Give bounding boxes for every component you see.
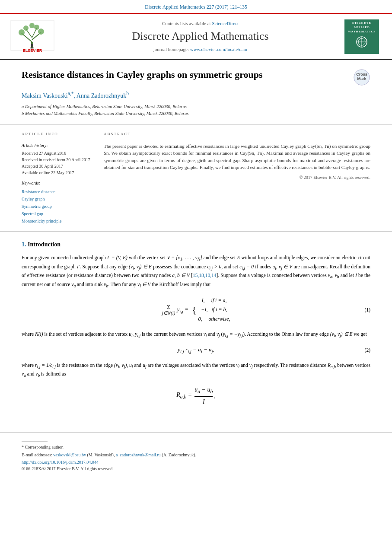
history-label: Article history:	[22, 143, 95, 149]
homepage-line: journal homepage: www.elsevier.com/locat…	[65, 46, 336, 53]
intro-paragraph-1: For any given connected undirected graph…	[22, 254, 370, 289]
contents-line: Contents lists available at ScienceDirec…	[65, 20, 336, 27]
paper-section: Resistance distances in Cayley graphs on…	[0, 60, 392, 125]
crossmark-logo: Cross Mark	[353, 69, 370, 86]
eq1-number: (1)	[365, 306, 370, 313]
copyright-line: © 2017 Elsevier B.V. All rights reserved…	[104, 175, 370, 181]
article-info-title: ARTICLE INFO	[22, 131, 95, 139]
star-note: * Corresponding author.	[22, 444, 370, 450]
svg-point-6	[19, 29, 25, 35]
footer-section: * Corresponding author. E-mail addresses…	[0, 432, 392, 478]
affiliation-b: b Mechanics and Mathematics Faculty, Bel…	[22, 111, 370, 117]
accepted: Accepted 30 April 2017	[22, 163, 95, 169]
received2: Received in revised form 20 April 2017	[22, 156, 95, 163]
intro-paragraph-3: where ri,j = 1/ci,j is the resistance on…	[22, 361, 370, 379]
author-b-name: Anna Zadorozhnyuk	[76, 92, 126, 99]
email1-link[interactable]: vaskovski@bsu.by	[53, 452, 86, 457]
article-history: Article history: Received 27 August 2016…	[22, 143, 95, 176]
authors-line: Maksim Vaskouskia,*, Anna Zadorozhnyukb	[22, 90, 370, 100]
equation-3: Ra,b = ua − ub I ,	[22, 385, 370, 408]
eq3-content: Ra,b = ua − ub I ,	[176, 385, 216, 408]
intro-paragraph-2: where N(i) is the set of vertices adjace…	[22, 330, 370, 339]
paper-title-container: Resistance distances in Cayley graphs on…	[22, 69, 370, 86]
svg-point-9	[34, 25, 39, 30]
equation-1: ∑ j∈N(i) yi,j = { I, if i = a, −I, if i …	[22, 296, 370, 324]
svg-point-11	[31, 44, 33, 47]
article-info-panel: ARTICLE INFO Article history: Received 2…	[22, 131, 95, 225]
author-a-sup: a,*	[68, 91, 74, 96]
svg-point-8	[23, 25, 29, 31]
keyword-4[interactable]: Spectral gap	[22, 210, 95, 217]
svg-text:Mark: Mark	[357, 76, 367, 81]
abstract-title: ABSTRACT	[104, 131, 370, 139]
abstract-section: ABSTRACT The present paper is devoted to…	[104, 131, 370, 225]
journal-citation: Discrete Applied Mathematics 227 (2017) …	[0, 0, 392, 14]
svg-text:Cross: Cross	[356, 72, 367, 76]
journal-info: Contents lists available at ScienceDirec…	[65, 20, 336, 53]
keywords-label: Keywords:	[22, 180, 95, 186]
citation-text: Discrete Applied Mathematics 227 (2017) …	[145, 4, 247, 10]
section-1-title: 1. Introduction	[22, 240, 370, 249]
eq2-number: (2)	[365, 347, 370, 353]
section-number: 1.	[22, 241, 26, 248]
keyword-2[interactable]: Cayley graph	[22, 195, 95, 203]
author-b-sup: b	[126, 91, 129, 96]
keywords-section: Keywords: Resistance distance Cayley gra…	[22, 180, 95, 225]
article-body: ARTICLE INFO Article history: Received 2…	[0, 125, 392, 232]
elsevier-logo: ELSEVIER	[9, 18, 56, 55]
journal-header: ELSEVIER Contents lists available at Sci…	[0, 14, 392, 60]
svg-point-10	[29, 23, 35, 28]
paper-title: Resistance distances in Cayley graphs on…	[22, 69, 347, 81]
doi-link[interactable]: http://dx.doi.org/10.1016/j.dam.2017.04.…	[22, 459, 370, 465]
received1: Received 27 August 2016	[22, 150, 95, 156]
abstract-text: The present paper is devoted to estimati…	[104, 143, 370, 171]
eq1-content: ∑ j∈N(i) yi,j = { I, if i = a, −I, if i …	[162, 296, 230, 324]
keyword-5[interactable]: Monotonicity principle	[22, 217, 95, 225]
issn-text: 0166-218X/© 2017 Elsevier B.V. All right…	[22, 465, 370, 472]
svg-point-7	[38, 29, 44, 35]
author-a-name: Maksim Vaskouski	[22, 92, 68, 99]
section-title-text: Introduction	[28, 241, 61, 248]
main-content: 1. Introduction For any given connected …	[0, 232, 392, 424]
journal-logo-box: DISCRETE APPLIED MATHEMATICS	[344, 19, 379, 54]
available: Available online 22 May 2017	[22, 169, 95, 176]
equation-2: yi,j ri,j = ui − uj, (2)	[22, 346, 370, 355]
keyword-3[interactable]: Symmetric group	[22, 203, 95, 210]
email2-link[interactable]: a_zadorozhnyuk@mail.ru	[116, 452, 161, 457]
footer-divider	[22, 441, 48, 442]
keyword-1[interactable]: Resistance distance	[22, 188, 95, 195]
email-line: E-mail addresses: vaskovski@bsu.by (M. V…	[22, 452, 370, 458]
eq2-content: yi,j ri,j = ui − uj,	[178, 346, 214, 355]
affiliation-a: a Department of Higher Mathematics, Bela…	[22, 104, 370, 110]
svg-text:ELSEVIER: ELSEVIER	[23, 48, 42, 53]
journal-title: Discrete Applied Mathematics	[65, 29, 336, 44]
